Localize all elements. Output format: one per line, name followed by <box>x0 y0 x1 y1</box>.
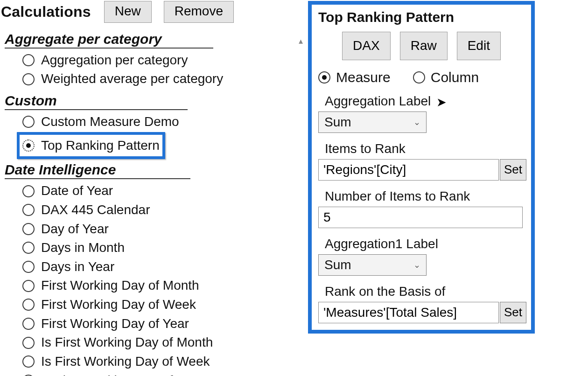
panel-title: Top Ranking Pattern <box>318 9 526 25</box>
radio-icon <box>22 73 35 85</box>
calc-item-first-working-day-of-month[interactable]: First Working Day of Month <box>22 277 299 295</box>
items-to-rank-caption: Items to Rank <box>325 141 526 156</box>
radio-icon <box>22 54 35 66</box>
radio-icon <box>22 337 35 349</box>
dax-button[interactable]: DAX <box>342 32 391 60</box>
radio-icon <box>22 318 35 330</box>
calc-item-is-first-working-day-of-month[interactable]: Is First Working Day of Month <box>22 334 299 352</box>
calc-item-label: First Working Day of Year <box>41 315 189 333</box>
calc-item-label: First Working Day of Month <box>41 277 199 295</box>
scroll-up-icon: ▴ <box>299 33 304 47</box>
remove-button[interactable]: Remove <box>164 1 234 23</box>
select-value: Sum <box>324 258 351 272</box>
radio-icon <box>22 280 35 292</box>
highlight-box: Top Ranking Pattern <box>17 132 165 160</box>
calc-item-weighted-average-per-category[interactable]: Weighted average per category <box>22 70 299 88</box>
edit-button[interactable]: Edit <box>457 32 501 60</box>
kind-column-label[interactable]: Column <box>431 70 479 85</box>
calc-item-label: Weighted average per category <box>41 70 223 88</box>
calc-item-date-of-year[interactable]: Date of Year <box>22 182 299 200</box>
group-custom: Custom <box>5 93 299 110</box>
number-of-items-input[interactable] <box>318 207 523 228</box>
calc-item-label: Custom Measure Demo <box>41 113 179 131</box>
chevron-down-icon: ⌄ <box>413 260 420 270</box>
aggregation1-label-caption: Aggregation1 Label <box>325 237 526 251</box>
calc-item-day-of-year[interactable]: Day of Year <box>22 220 299 238</box>
calc-item-label: Is First Working Day of Month <box>41 334 213 352</box>
cursor-icon: ➤ <box>436 95 447 109</box>
aggregation-label-caption: Aggregation Label ➤ <box>325 94 526 109</box>
calc-item-label: DAX 445 Calendar <box>41 201 150 219</box>
group-date-intelligence: Date Intelligence <box>5 162 299 179</box>
calc-item-label: Days in Year <box>41 258 114 276</box>
calc-item-label: Days in Month <box>41 239 125 257</box>
calc-item-days-in-month[interactable]: Days in Month <box>22 239 299 257</box>
calc-item-aggregation-per-category[interactable]: Aggregation per category <box>22 51 299 70</box>
calc-item-label: Is First Working Day of Week <box>41 353 210 371</box>
calc-item-days-in-year[interactable]: Days in Year <box>22 258 299 276</box>
number-of-items-caption: Number of Items to Rank <box>325 189 526 204</box>
aggregation-label-select[interactable]: Sum ⌄ <box>318 111 427 133</box>
rank-basis-input[interactable] <box>318 302 499 323</box>
properties-panel: Top Ranking Pattern DAX Raw Edit Measure… <box>308 1 535 334</box>
radio-icon <box>22 299 35 311</box>
calc-item-label: Top Ranking Pattern <box>41 137 160 155</box>
calc-item-label: Date of Year <box>41 182 113 200</box>
basis-set-button[interactable]: Set <box>500 302 526 323</box>
calc-item-first-working-day-of-year[interactable]: First Working Day of Year <box>22 315 299 333</box>
new-button[interactable]: New <box>104 1 152 23</box>
calc-item-custom-measure-demo[interactable]: Custom Measure Demo <box>22 113 299 131</box>
radio-icon <box>22 139 35 152</box>
radio-icon <box>22 242 35 254</box>
radio-icon <box>22 116 35 128</box>
calc-item-label: Is First Working Day of Year <box>41 372 203 376</box>
radio-icon[interactable] <box>413 71 425 84</box>
calc-item-label: Aggregation per category <box>41 51 188 70</box>
calc-item-dax-445-calendar[interactable]: DAX 445 Calendar <box>22 201 299 219</box>
calc-item-label: Day of Year <box>41 220 109 238</box>
radio-icon <box>22 355 35 368</box>
radio-icon[interactable] <box>318 71 330 84</box>
radio-icon <box>22 185 35 197</box>
calc-item-is-first-working-day-of-week[interactable]: Is First Working Day of Week <box>22 353 299 371</box>
kind-measure-label[interactable]: Measure <box>336 70 391 85</box>
items-set-button[interactable]: Set <box>500 159 526 181</box>
radio-icon <box>22 223 35 235</box>
calculations-panel: Calculations New Remove Aggregate per ca… <box>0 0 299 376</box>
chevron-down-icon: ⌄ <box>413 117 420 127</box>
aggregation1-label-select[interactable]: Sum ⌄ <box>318 254 427 276</box>
calc-item-label: First Working Day of Week <box>41 296 196 314</box>
radio-icon <box>22 204 35 216</box>
calculations-title: Calculations <box>1 3 91 21</box>
raw-button[interactable]: Raw <box>400 32 448 60</box>
group-aggregate-per-category: Aggregate per category <box>5 31 299 49</box>
calc-item-is-first-working-day-of-year[interactable]: Is First Working Day of Year <box>22 372 299 376</box>
select-value: Sum <box>324 115 351 130</box>
calc-item-top-ranking-pattern[interactable]: Top Ranking Pattern <box>22 137 160 155</box>
rank-basis-caption: Rank on the Basis of <box>325 284 526 299</box>
calc-item-first-working-day-of-week[interactable]: First Working Day of Week <box>22 296 299 314</box>
radio-icon <box>22 261 35 273</box>
items-to-rank-input[interactable] <box>318 159 499 181</box>
